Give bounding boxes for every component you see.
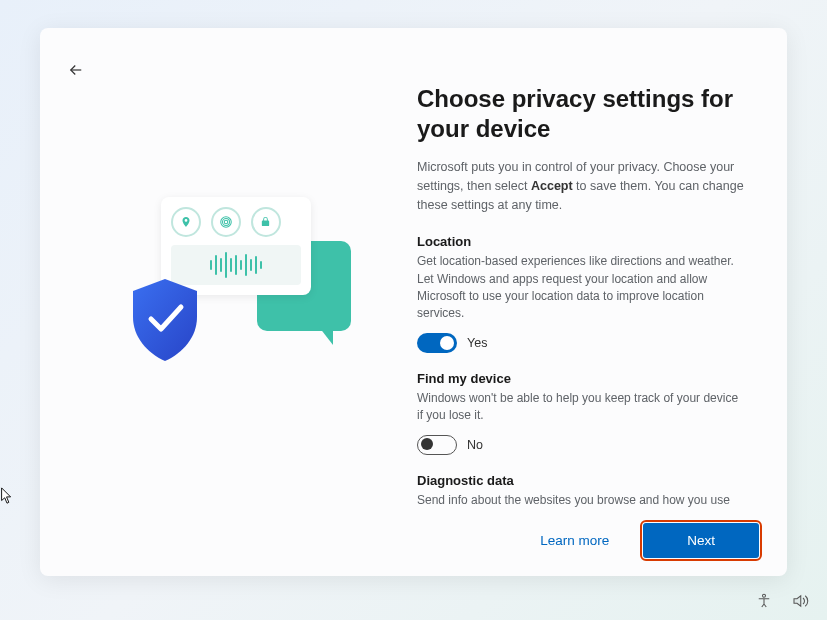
privacy-illustration <box>131 193 351 373</box>
location-pin-icon <box>171 207 201 237</box>
toggle-state-label: No <box>467 438 483 452</box>
setting-diagnostic-data: Diagnostic data Send info about the webs… <box>417 473 747 507</box>
svg-point-1 <box>222 218 229 225</box>
accessibility-icon[interactable] <box>755 592 773 610</box>
setting-description: Windows won't be able to help you keep t… <box>417 390 747 425</box>
volume-icon[interactable] <box>791 592 809 610</box>
settings-pane: Choose privacy settings for your device … <box>417 58 759 507</box>
privacy-settings-dialog: Choose privacy settings for your device … <box>40 28 787 576</box>
settings-scroll-area[interactable]: Location Get location-based experiences … <box>417 234 759 507</box>
setting-description: Send info about the websites you browse … <box>417 492 747 507</box>
learn-more-link[interactable]: Learn more <box>522 525 627 556</box>
svg-point-0 <box>224 220 228 224</box>
page-description: Microsoft puts you in control of your pr… <box>417 158 759 214</box>
setting-title: Location <box>417 234 747 249</box>
setting-title: Diagnostic data <box>417 473 747 488</box>
back-button[interactable] <box>64 58 88 82</box>
arrow-left-icon <box>67 61 85 79</box>
system-tray <box>755 592 809 610</box>
setting-title: Find my device <box>417 371 747 386</box>
lock-icon <box>251 207 281 237</box>
fingerprint-icon <box>211 207 241 237</box>
dialog-content: Choose privacy settings for your device … <box>40 28 787 507</box>
svg-point-3 <box>763 594 766 597</box>
dialog-footer: Learn more Next <box>40 507 787 576</box>
setting-location: Location Get location-based experiences … <box>417 234 747 353</box>
setting-find-my-device: Find my device Windows won't be able to … <box>417 371 747 455</box>
cursor-icon <box>0 487 14 505</box>
location-toggle[interactable] <box>417 333 457 353</box>
page-title: Choose privacy settings for your device <box>417 84 759 144</box>
toggle-state-label: Yes <box>467 336 487 350</box>
illustration-pane <box>64 58 417 507</box>
next-button[interactable]: Next <box>643 523 759 558</box>
setting-description: Get location-based experiences like dire… <box>417 253 747 323</box>
shield-check-icon <box>127 277 203 363</box>
find-my-device-toggle[interactable] <box>417 435 457 455</box>
